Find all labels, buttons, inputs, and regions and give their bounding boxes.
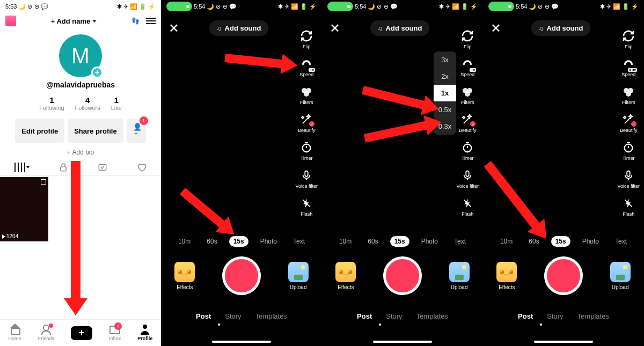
lock-icon[interactable] — [58, 163, 69, 172]
svg-point-11 — [464, 144, 472, 152]
dur-10m[interactable]: 10m — [496, 236, 517, 247]
mode-post[interactable]: Post — [357, 312, 372, 320]
close-button[interactable]: ✕ — [169, 21, 179, 36]
dur-photo[interactable]: Photo — [417, 236, 442, 247]
mode-story[interactable]: Story — [225, 312, 241, 320]
gift-icon[interactable] — [5, 16, 16, 26]
close-button[interactable]: ✕ — [330, 21, 340, 36]
record-row: Effects Upload — [322, 256, 483, 295]
tool-speed[interactable]: 1xSpeed — [460, 57, 474, 77]
mode-templates[interactable]: Templates — [416, 312, 448, 320]
nav-home[interactable]: Home — [9, 325, 21, 341]
tool-speed[interactable]: 1xSpeed — [299, 57, 313, 77]
upload-button[interactable]: Upload — [449, 262, 470, 290]
tool-timer[interactable]: Timer — [299, 141, 313, 161]
nav-inbox[interactable]: Inbox4 — [109, 325, 121, 341]
tool-flash[interactable]: Flash — [460, 196, 474, 217]
repost-icon[interactable] — [97, 163, 108, 172]
dur-photo[interactable]: Photo — [256, 236, 281, 247]
record-button[interactable] — [222, 256, 261, 295]
heart-icon[interactable] — [136, 163, 147, 172]
tool-voice-filter[interactable]: Voice filter — [295, 168, 318, 189]
stat-likes[interactable]: 1Like — [111, 95, 122, 111]
speed-opt-1x[interactable]: 1x — [434, 85, 456, 101]
add-friend-button[interactable]: 👤⁺1 — [127, 119, 146, 143]
mode-story[interactable]: Story — [386, 312, 402, 320]
avatar-add-icon[interactable]: + — [91, 67, 103, 78]
nav-friends[interactable]: Friends — [38, 325, 54, 341]
mode-post[interactable]: Post — [196, 312, 211, 320]
footprint-icon[interactable]: 👣 — [131, 17, 140, 25]
tool-filters[interactable]: Filters — [621, 85, 635, 105]
camera-panel-1: 5:54🌙 ⊘ ⊝ 💬 ✱ ✈ 📶 🔋 ⚡ ✕ ♫Add sound Flip … — [161, 0, 322, 346]
tool-speed[interactable]: 0.3xSpeed — [621, 57, 635, 77]
filters-icon — [621, 85, 635, 99]
speed-opt-3x[interactable]: 3x — [434, 51, 456, 68]
tool-voice-filter[interactable]: Voice filter — [456, 168, 479, 189]
tool-flip[interactable]: Flip — [460, 29, 474, 49]
tool-beautify[interactable]: Beautify — [620, 113, 638, 133]
tool-flip[interactable]: Flip — [621, 29, 635, 49]
dur-text[interactable]: Text — [450, 236, 470, 247]
add-name-button[interactable]: + Add name — [51, 17, 97, 25]
nav-create-button[interactable]: + — [71, 326, 92, 340]
menu-icon[interactable] — [146, 18, 156, 24]
tool-timer[interactable]: Timer — [621, 141, 635, 161]
effects-button[interactable]: Effects — [496, 262, 517, 290]
speed-opt-05x[interactable]: 0.5x — [434, 101, 456, 118]
mode-story[interactable]: Story — [547, 312, 563, 320]
tool-flip[interactable]: Flip — [299, 29, 313, 49]
tool-beautify[interactable]: Beautify — [298, 113, 316, 133]
mic-icon — [621, 168, 635, 182]
dur-text[interactable]: Text — [289, 236, 309, 247]
stat-following[interactable]: 1Following — [39, 95, 64, 111]
status-l-icons: 🌙 ⊘ ⊝ 💬 — [18, 3, 48, 10]
dur-10m[interactable]: 10m — [174, 236, 195, 247]
upload-button[interactable]: Upload — [288, 262, 309, 290]
tool-timer[interactable]: Timer — [460, 141, 474, 161]
tool-flash[interactable]: Flash — [621, 196, 635, 217]
record-button[interactable] — [383, 256, 422, 295]
effects-button[interactable]: Effects — [335, 262, 356, 290]
mode-templates[interactable]: Templates — [577, 312, 609, 320]
dur-15s[interactable]: 15s — [390, 236, 409, 247]
dur-60s[interactable]: 60s — [363, 236, 382, 247]
tool-flash[interactable]: Flash — [299, 196, 313, 217]
mode-templates[interactable]: Templates — [255, 312, 287, 320]
mic-icon — [460, 168, 474, 182]
camera-sidebar: Flip 0.3xSpeed Filters Beautify Timer Vo… — [617, 29, 640, 217]
status-r-icons: ✱ ✈ 📶 🔋 ⚡ — [117, 3, 156, 10]
upload-button[interactable]: Upload — [610, 262, 631, 290]
dur-10m[interactable]: 10m — [335, 236, 356, 247]
dur-text[interactable]: Text — [611, 236, 631, 247]
tool-voice-filter[interactable]: Voice filter — [617, 168, 640, 189]
add-sound-button[interactable]: ♫Add sound — [209, 20, 269, 36]
close-button[interactable]: ✕ — [491, 21, 501, 36]
dur-60s[interactable]: 60s — [524, 236, 543, 247]
tool-filters[interactable]: Filters — [299, 85, 313, 105]
stat-followers[interactable]: 4Followers — [75, 95, 100, 111]
effects-button[interactable]: Effects — [174, 262, 195, 290]
svg-point-4 — [304, 91, 309, 97]
record-button[interactable] — [544, 256, 583, 295]
speed-opt-2x[interactable]: 2x — [434, 68, 456, 85]
add-sound-button[interactable]: ♫Add sound — [531, 20, 591, 36]
mode-post[interactable]: Post — [518, 312, 533, 320]
nav-profile[interactable]: Profile — [137, 325, 152, 341]
edit-profile-button[interactable]: Edit profile — [15, 119, 64, 143]
tool-beautify[interactable]: Beautify — [459, 113, 477, 133]
speed-opt-03x[interactable]: 0.3x — [434, 118, 456, 135]
dur-60s[interactable]: 60s — [202, 236, 221, 247]
dur-photo[interactable]: Photo — [578, 236, 603, 247]
add-bio-button[interactable]: + Add bio — [0, 149, 161, 156]
username: @malavidapruebas — [0, 80, 161, 89]
upload-icon — [288, 262, 309, 282]
video-thumbnail[interactable]: 1204 — [0, 177, 48, 241]
avatar[interactable]: M + — [59, 34, 102, 77]
tool-filters[interactable]: Filters — [460, 85, 474, 105]
dur-15s[interactable]: 15s — [229, 236, 248, 247]
tab-grid[interactable] — [14, 163, 30, 172]
share-profile-button[interactable]: Share profile — [68, 119, 123, 143]
add-sound-button[interactable]: ♫Add sound — [370, 20, 430, 36]
dur-15s[interactable]: 15s — [551, 236, 570, 247]
